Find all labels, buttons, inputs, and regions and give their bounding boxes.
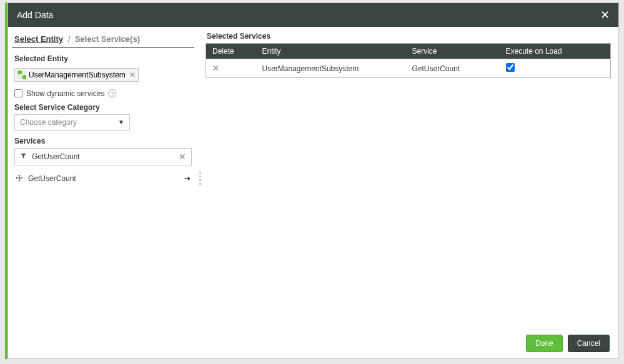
th-execute: Execute on Load <box>500 44 611 59</box>
close-icon[interactable]: ✕ <box>600 8 610 22</box>
breadcrumb: Select Entity / Select Service(s) <box>12 32 194 48</box>
cell-entity: UserManagementSubsystem <box>256 59 406 78</box>
entity-chip-clear-icon[interactable]: ✕ <box>129 71 136 79</box>
show-dynamic-row: Show dynamic services ? <box>14 89 192 98</box>
arrow-right-icon[interactable]: ➔ <box>184 174 191 183</box>
panel-splitter[interactable] <box>197 27 203 330</box>
breadcrumb-select-services: Select Service(s) <box>75 34 140 44</box>
services-filter: ✕ <box>14 148 192 165</box>
cell-service: GetUserCount <box>406 59 500 78</box>
breadcrumb-select-entity[interactable]: Select Entity <box>14 34 63 44</box>
chevron-down-icon: ▼ <box>118 119 124 125</box>
help-icon[interactable]: ? <box>108 89 116 97</box>
filter-icon <box>20 152 27 160</box>
services-label: Services <box>14 137 192 145</box>
th-delete: Delete <box>206 44 256 59</box>
show-dynamic-checkbox[interactable] <box>14 89 22 97</box>
done-button[interactable]: Done <box>526 335 563 352</box>
modal-accent-bar <box>5 2 7 359</box>
show-dynamic-label: Show dynamic services <box>26 89 104 98</box>
entity-icon <box>17 71 26 79</box>
selected-entity-label: Selected Entity <box>14 54 192 63</box>
left-panel: Select Entity / Select Service(s) Select… <box>8 27 197 330</box>
entity-chip-name: UserManagementSubsystem <box>29 71 126 79</box>
modal-title: Add Data <box>17 10 53 20</box>
service-item[interactable]: GetUserCount ➔ <box>12 169 194 189</box>
service-item-label: GetUserCount <box>28 174 76 183</box>
table-row: ✕ UserManagementSubsystem GetUserCount <box>206 59 611 78</box>
selected-services-table: Delete Entity Service Execute on Load ✕ … <box>206 43 611 78</box>
services-filter-input[interactable] <box>32 152 174 161</box>
category-dropdown[interactable]: Choose category ▼ <box>14 114 130 130</box>
delete-row-icon[interactable]: ✕ <box>212 64 219 73</box>
selected-services-label: Selected Services <box>206 32 611 41</box>
select-category-label: Select Service Category <box>14 103 192 112</box>
cancel-button[interactable]: Cancel <box>568 335 610 352</box>
move-icon <box>16 174 23 184</box>
filter-clear-icon[interactable]: ✕ <box>179 152 186 162</box>
modal-header: Add Data ✕ <box>8 3 618 27</box>
selected-entity-chip[interactable]: UserManagementSubsystem ✕ <box>14 68 139 82</box>
modal-body: Select Entity / Select Service(s) Select… <box>8 27 618 330</box>
th-entity: Entity <box>256 44 406 59</box>
execute-on-load-checkbox[interactable] <box>506 63 515 72</box>
right-panel: Selected Services Delete Entity Service … <box>203 27 618 330</box>
modal-footer: Done Cancel <box>8 330 618 358</box>
category-placeholder: Choose category <box>20 118 77 127</box>
th-service: Service <box>406 44 500 59</box>
add-data-modal: Add Data ✕ Select Entity / Select Servic… <box>7 2 619 359</box>
breadcrumb-separator: / <box>68 34 71 44</box>
